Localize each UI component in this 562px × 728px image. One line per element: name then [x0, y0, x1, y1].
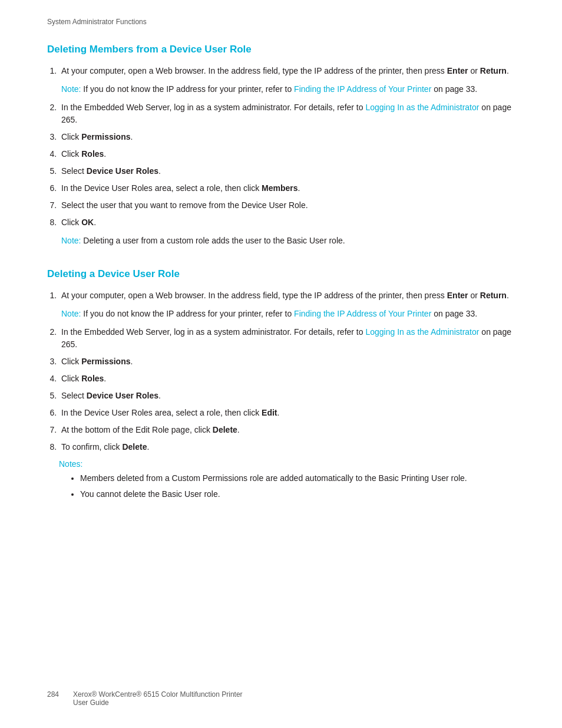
step1-text: At your computer, open a Web browser. In…: [61, 66, 509, 75]
step1-bold2: Return: [480, 66, 507, 75]
step4-bold: Roles: [81, 149, 104, 159]
s2-step5-bold: Device User Roles: [87, 391, 158, 400]
s2-step1-note: Note: If you do not know the IP address …: [61, 308, 515, 320]
step2-text: In the Embedded Web Server, log in as a …: [61, 103, 365, 112]
page: System Administrator Functions Deleting …: [0, 0, 562, 728]
s2-note1-label: Note:: [61, 309, 81, 318]
footer-page: 284: [47, 690, 59, 699]
section2-step-8: To confirm, click Delete.: [59, 441, 515, 453]
note1-link[interactable]: Finding the IP Address of Your Printer: [294, 84, 431, 94]
notes-bullets: Members deleted from a Custom Permission…: [80, 472, 515, 500]
step7-text: Select the user that you want to remove …: [61, 200, 308, 210]
section2-step-1: At your computer, open a Web browser. In…: [59, 289, 515, 320]
step8-bold: OK: [81, 218, 94, 227]
section1-step-2: In the Embedded Web Server, log in as a …: [59, 101, 515, 126]
step5-text: Select Device User Roles.: [61, 166, 161, 176]
bullet-1: Members deleted from a Custom Permission…: [80, 472, 515, 485]
s2-step6-bold: Edit: [262, 408, 277, 417]
step4-text: Click Roles.: [61, 149, 106, 159]
s2-step3-text: Click Permissions.: [61, 357, 133, 366]
s2-step1-bold1: Enter: [447, 291, 468, 300]
note1-label: Note:: [61, 84, 81, 94]
s2-step1-text: At your computer, open a Web browser. In…: [61, 291, 509, 300]
bullet-1-text: Members deleted from a Custom Permission…: [80, 473, 467, 483]
step8-note-text: Deleting a user from a custom role adds …: [81, 236, 345, 245]
section1-step-1: At your computer, open a Web browser. In…: [59, 65, 515, 95]
note1-end: on page 33.: [431, 84, 477, 94]
section2-step-5: Select Device User Roles.: [59, 390, 515, 402]
footer-text1: Xerox® WorkCentre® 6515 Color Multifunct…: [73, 690, 243, 699]
section1-step-3: Click Permissions.: [59, 131, 515, 143]
s2-step1-bold2: Return: [480, 291, 507, 300]
section1-title: Deleting Members from a Device User Role: [47, 44, 515, 55]
bullet-2-text: You cannot delete the Basic User role.: [80, 489, 220, 499]
section1-step-8: Click OK. Note: Deleting a user from a c…: [59, 216, 515, 247]
s2-step2-text: In the Embedded Web Server, log in as a …: [61, 327, 365, 337]
bullet-2: You cannot delete the Basic User role.: [80, 488, 515, 500]
section2-steps: At your computer, open a Web browser. In…: [59, 289, 515, 453]
step3-bold: Permissions: [81, 132, 130, 141]
s2-step3-bold: Permissions: [81, 357, 130, 366]
section-deleting-members: Deleting Members from a Device User Role…: [47, 44, 515, 247]
step2-link[interactable]: Logging In as the Administrator: [365, 103, 479, 112]
step6-text: In the Device User Roles area, select a …: [61, 183, 300, 193]
section1-step-4: Click Roles.: [59, 148, 515, 160]
section2-step-3: Click Permissions.: [59, 355, 515, 368]
notes-label: Notes:: [59, 459, 515, 469]
section1-step-6: In the Device User Roles area, select a …: [59, 182, 515, 195]
footer-text2: User Guide: [73, 699, 109, 707]
section2-notes-block: Notes: Members deleted from a Custom Per…: [59, 459, 515, 500]
step1-note: Note: If you do not know the IP address …: [61, 83, 515, 95]
s2-step4-bold: Roles: [81, 374, 104, 383]
s2-step4-text: Click Roles.: [61, 374, 106, 383]
footer-line2: User Guide: [73, 699, 243, 707]
note1-text: If you do not know the IP address for yo…: [81, 84, 294, 94]
step8-note-label: Note:: [61, 236, 81, 245]
section1-step-7: Select the user that you want to remove …: [59, 199, 515, 212]
footer: 284 Xerox® WorkCentre® 6515 Color Multif…: [47, 690, 515, 707]
section1-steps: At your computer, open a Web browser. In…: [59, 65, 515, 247]
s2-step5-text: Select Device User Roles.: [61, 391, 161, 400]
section1-step-5: Select Device User Roles.: [59, 165, 515, 177]
breadcrumb: System Administrator Functions: [47, 18, 515, 26]
step6-bold: Members: [262, 183, 297, 193]
footer-line: 284 Xerox® WorkCentre® 6515 Color Multif…: [47, 690, 515, 707]
s2-note1-link[interactable]: Finding the IP Address of Your Printer: [294, 309, 431, 318]
s2-step2-link[interactable]: Logging In as the Administrator: [365, 327, 479, 337]
step8-note: Note: Deleting a user from a custom role…: [61, 235, 515, 247]
s2-note1-end: on page 33.: [431, 309, 477, 318]
footer-product: Xerox® WorkCentre® 6515 Color Multifunct…: [73, 690, 243, 707]
s2-step7-bold: Delete: [213, 425, 237, 434]
step3-text: Click Permissions.: [61, 132, 133, 141]
s2-step8-bold: Delete: [122, 442, 147, 452]
section2-step-7: At the bottom of the Edit Role page, cli…: [59, 424, 515, 436]
step8-text: Click OK.: [61, 218, 96, 227]
section2-step-4: Click Roles.: [59, 373, 515, 385]
footer-line1: Xerox® WorkCentre® 6515 Color Multifunct…: [73, 690, 243, 699]
s2-step6-text: In the Device User Roles area, select a …: [61, 408, 279, 417]
section2-step-2: In the Embedded Web Server, log in as a …: [59, 326, 515, 351]
section2-title: Deleting a Device User Role: [47, 268, 515, 280]
section-deleting-role: Deleting a Device User Role At your comp…: [47, 268, 515, 500]
step5-bold: Device User Roles: [87, 166, 158, 176]
step1-bold1: Enter: [447, 66, 468, 75]
section2-step-6: In the Device User Roles area, select a …: [59, 407, 515, 419]
s2-step7-text: At the bottom of the Edit Role page, cli…: [61, 425, 240, 434]
s2-step8-text: To confirm, click Delete.: [61, 442, 149, 452]
s2-note1-text: If you do not know the IP address for yo…: [81, 309, 294, 318]
